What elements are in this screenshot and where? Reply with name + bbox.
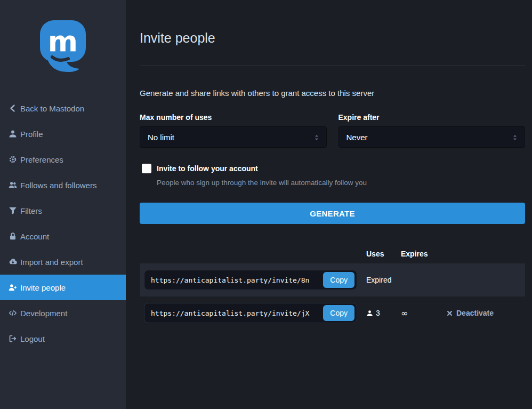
svg-text:m: m bbox=[48, 25, 78, 58]
expire-after-label: Expire after bbox=[338, 113, 526, 122]
sidebar-item-follows-and-followers[interactable]: Follows and followers bbox=[0, 172, 126, 198]
invite-follow-checkbox[interactable] bbox=[142, 164, 151, 173]
lock-icon bbox=[8, 232, 17, 241]
mastodon-logo[interactable]: m bbox=[36, 20, 90, 74]
sidebar-item-invite-people[interactable]: Invite people bbox=[0, 275, 126, 300]
mastodon-logo-icon: m bbox=[36, 20, 90, 74]
invite-url-group: Copy bbox=[144, 303, 357, 323]
max-uses-select[interactable]: No limit bbox=[140, 126, 327, 148]
users-icon bbox=[8, 181, 17, 190]
sidebar-item-profile[interactable]: Profile bbox=[0, 121, 126, 147]
invites-table: Uses Expires Copy Expired Cop bbox=[140, 250, 525, 330]
user-plus-icon bbox=[8, 283, 17, 292]
uses-column-header: Uses bbox=[362, 250, 397, 258]
invite-row: Copy 3 ∞ Deactivate bbox=[140, 296, 525, 330]
sidebar-item-account[interactable]: Account bbox=[0, 223, 126, 249]
main-content: Invite people Generate and share links w… bbox=[126, 0, 532, 409]
copy-button[interactable]: Copy bbox=[323, 305, 354, 321]
invite-follow-label[interactable]: Invite to follow your account bbox=[157, 164, 258, 173]
sidebar-item-label: Invite people bbox=[20, 283, 66, 292]
invites-table-header: Uses Expires bbox=[140, 250, 525, 263]
invite-expires-value: ∞ bbox=[401, 308, 408, 318]
filter-icon bbox=[8, 206, 17, 215]
sidebar-item-label: Account bbox=[20, 232, 49, 241]
invite-url-group: Copy bbox=[144, 270, 357, 290]
generate-button[interactable]: GENERATE bbox=[140, 203, 525, 224]
max-uses-selected-value: No limit bbox=[148, 133, 174, 142]
sidebar-item-development[interactable]: Development bbox=[0, 300, 126, 326]
x-icon bbox=[447, 310, 453, 316]
sidebar-item-import-and-export[interactable]: Import and export bbox=[0, 249, 126, 275]
invite-uses-count: 3 bbox=[376, 309, 380, 317]
deactivate-label: Deactivate bbox=[456, 309, 494, 317]
sidebar-item-label: Development bbox=[20, 309, 67, 318]
intro-text: Generate and share links with others to … bbox=[140, 89, 525, 98]
sign-out-icon bbox=[8, 334, 17, 343]
invite-url-input[interactable] bbox=[144, 276, 323, 284]
user-icon bbox=[8, 130, 17, 139]
sidebar-nav: Back to Mastodon Profile Preferences Fol… bbox=[0, 95, 126, 351]
divider bbox=[140, 66, 525, 66]
gear-icon bbox=[8, 155, 17, 164]
sidebar-item-logout[interactable]: Logout bbox=[0, 326, 126, 351]
expire-after-select[interactable]: Never bbox=[338, 126, 526, 148]
invite-follow-hint: People who sign up through the invite wi… bbox=[157, 179, 525, 187]
invite-url-input[interactable] bbox=[144, 309, 323, 317]
sidebar-item-label: Filters bbox=[20, 206, 42, 215]
invite-form: Max number of uses No limit Expire after… bbox=[140, 113, 525, 148]
cloud-download-icon bbox=[8, 258, 17, 267]
invite-follow-row: Invite to follow your account bbox=[142, 164, 525, 173]
unfold-arrows-icon bbox=[312, 133, 321, 142]
expires-column-header: Expires bbox=[397, 250, 442, 258]
chevron-left-icon bbox=[8, 104, 17, 113]
deactivate-link[interactable]: Deactivate bbox=[447, 309, 494, 317]
sidebar-item-filters[interactable]: Filters bbox=[0, 198, 126, 223]
page-title: Invite people bbox=[140, 30, 525, 46]
sidebar-item-back-to-mastodon[interactable]: Back to Mastodon bbox=[0, 95, 126, 121]
copy-button[interactable]: Copy bbox=[323, 272, 354, 288]
user-icon bbox=[366, 310, 373, 317]
invite-status: Expired bbox=[366, 276, 391, 284]
sidebar-item-label: Import and export bbox=[20, 258, 83, 267]
unfold-arrows-icon bbox=[511, 133, 519, 142]
sidebar-item-label: Follows and followers bbox=[20, 181, 96, 190]
code-icon bbox=[8, 309, 17, 318]
expire-after-selected-value: Never bbox=[346, 133, 368, 142]
max-uses-label: Max number of uses bbox=[140, 113, 327, 122]
sidebar-item-label: Profile bbox=[20, 130, 43, 139]
sidebar-item-label: Logout bbox=[20, 334, 45, 343]
sidebar-item-label: Preferences bbox=[20, 155, 63, 164]
sidebar-item-label: Back to Mastodon bbox=[20, 104, 84, 113]
invite-row: Copy Expired bbox=[140, 263, 525, 296]
sidebar: m Back to Mastodon Profile Preferences bbox=[0, 0, 126, 409]
sidebar-item-preferences[interactable]: Preferences bbox=[0, 147, 126, 172]
